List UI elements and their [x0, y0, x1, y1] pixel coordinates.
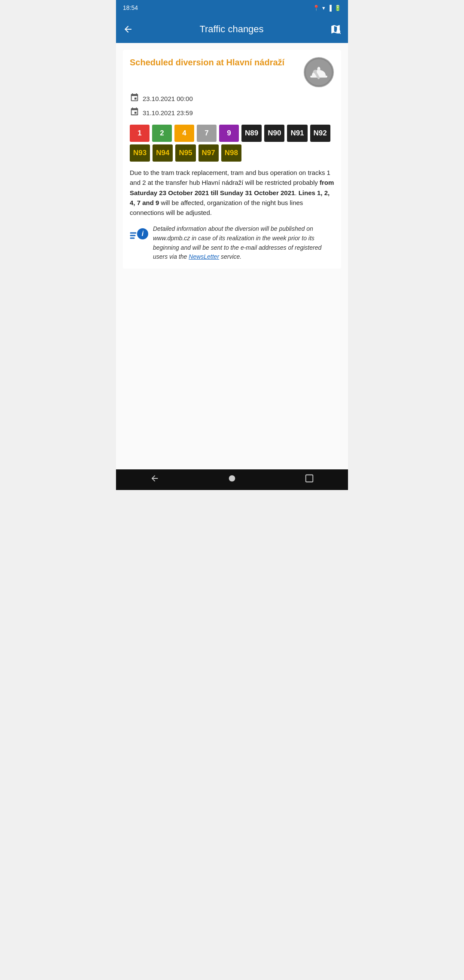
route-badge-2: 2 — [152, 125, 172, 142]
search-map-button[interactable] — [327, 20, 345, 38]
route-badge-n98: N98 — [221, 144, 241, 162]
route-badge-n89: N89 — [241, 125, 262, 142]
route-badge-n95: N95 — [175, 144, 195, 162]
newsletter-link[interactable]: NewsLetter — [189, 253, 219, 260]
route-badge-1: 1 — [130, 125, 150, 142]
card-header: Scheduled diversion at Hlavní nádraží — [130, 57, 334, 88]
nav-back-button[interactable] — [140, 470, 170, 489]
calendar-start-icon — [130, 93, 139, 104]
route-badge-n93: N93 — [130, 144, 150, 162]
nav-home-button[interactable] — [217, 470, 247, 489]
diversion-icon — [303, 57, 334, 88]
calendar-end-icon — [130, 107, 139, 119]
status-icons: 📍 ▾ ▐ 🔋 — [313, 5, 341, 11]
info-text: Detailed information about the diversion… — [153, 224, 334, 262]
date-start: 23.10.2021 00:00 — [143, 95, 193, 102]
battery-icon: 🔋 — [334, 5, 341, 11]
back-button[interactable] — [119, 21, 137, 38]
info-card: Scheduled diversion at Hlavní nádraží — [123, 50, 341, 269]
route-badge-n90: N90 — [264, 125, 284, 142]
route-badge-7: 7 — [197, 125, 217, 142]
description-text: Due to the tram track replacement, tram … — [130, 168, 334, 217]
svg-rect-13 — [306, 475, 313, 482]
app-bar: Traffic changes — [116, 15, 348, 43]
route-badges: 12479N89N90N91N92N93N94N95N97N98 — [130, 125, 334, 162]
page-title: Traffic changes — [137, 24, 327, 35]
date-end-row: 31.10.2021 23:59 — [130, 107, 334, 119]
route-badge-9: 9 — [219, 125, 239, 142]
route-badge-n97: N97 — [198, 144, 219, 162]
svg-line-1 — [339, 33, 340, 34]
signal-icon: ▐ — [328, 5, 332, 11]
status-bar: 18:54 📍 ▾ ▐ 🔋 — [116, 0, 348, 15]
svg-point-12 — [229, 475, 235, 482]
route-badge-n91: N91 — [287, 125, 307, 142]
nav-recents-button[interactable] — [294, 470, 324, 489]
route-badge-n94: N94 — [153, 144, 173, 162]
bottom-nav — [116, 469, 348, 490]
date-end: 31.10.2021 23:59 — [143, 109, 193, 116]
info-icon-wrap: i — [130, 224, 149, 243]
route-badge-4: 4 — [174, 125, 194, 142]
date-start-row: 23.10.2021 00:00 — [130, 93, 334, 104]
location-icon: 📍 — [313, 5, 320, 11]
status-time: 18:54 — [123, 4, 138, 11]
route-badge-n92: N92 — [310, 125, 330, 142]
svg-text:i: i — [142, 230, 144, 237]
card-title: Scheduled diversion at Hlavní nádraží — [130, 57, 298, 68]
content-area: Scheduled diversion at Hlavní nádraží — [116, 43, 348, 469]
info-block: i Detailed information about the diversi… — [130, 224, 334, 262]
wifi-icon: ▾ — [322, 5, 325, 11]
